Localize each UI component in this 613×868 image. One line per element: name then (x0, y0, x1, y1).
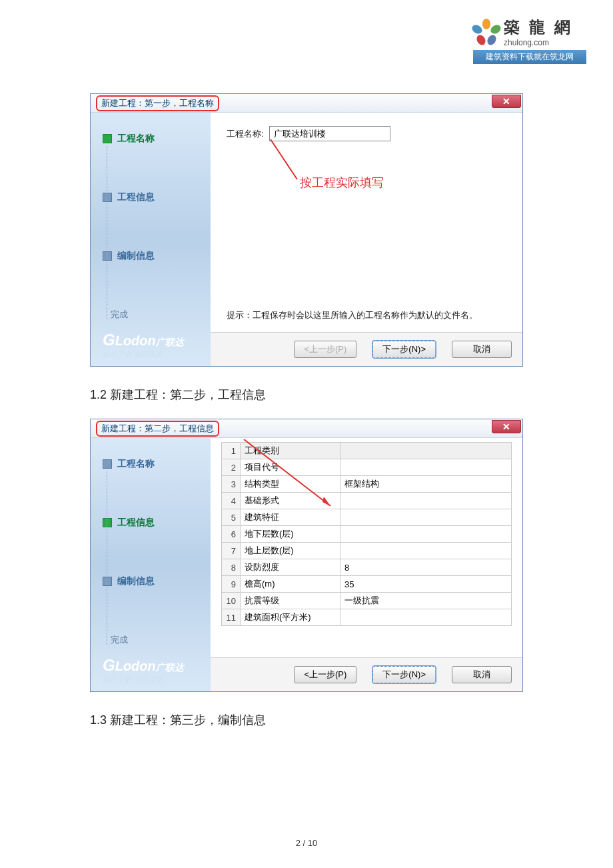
row-value[interactable] (340, 543, 512, 559)
site-logo: 築 龍 網 zhulong.com 建筑资料下载就在筑龙网 (473, 17, 586, 64)
row-value[interactable] (340, 526, 512, 543)
row-key: 地上层数(层) (241, 543, 340, 559)
table-row[interactable]: 6地下层数(层) (222, 526, 512, 543)
cancel-button[interactable]: 取消 (452, 341, 512, 358)
next-button[interactable]: 下一步(N)> (372, 666, 436, 683)
table-row[interactable]: 4基础形式 (222, 493, 512, 509)
prev-button[interactable]: <上一步(P) (294, 666, 356, 683)
annotation-text: 按工程实际填写 (300, 175, 506, 191)
row-index: 2 (222, 459, 241, 476)
wizard-sidebar: 工程名称 工程信息 编制信息 完成 GLodon广联达 因为了解 创造更多 (91, 113, 211, 366)
row-index: 9 (222, 576, 241, 593)
step-info[interactable]: 工程信息 (103, 191, 199, 203)
table-row[interactable]: 7地上层数(层) (222, 543, 512, 559)
row-key: 项目代号 (241, 459, 340, 476)
project-info-table: 1工程类别2项目代号3结构类型框架结构4基础形式5建筑特征6地下层数(层)7地上… (221, 442, 512, 626)
row-index: 1 (222, 443, 241, 459)
logo-banner: 建筑资料下载就在筑龙网 (473, 50, 586, 64)
table-row[interactable]: 1工程类别 (222, 443, 512, 459)
table-row[interactable]: 11建筑面积(平方米) (222, 609, 512, 626)
close-icon: ✕ (502, 421, 510, 432)
row-key: 地下层数(层) (241, 526, 340, 543)
page-number: 2 / 10 (0, 838, 613, 848)
row-value[interactable]: 框架结构 (340, 476, 512, 493)
row-key: 建筑特征 (241, 509, 340, 526)
step-info[interactable]: 工程信息 (103, 517, 199, 529)
row-value[interactable] (340, 509, 512, 526)
step-done: 完成 (111, 309, 199, 321)
prev-button[interactable]: <上一步(P) (294, 341, 356, 358)
table-row[interactable]: 10抗震等级一级抗震 (222, 593, 512, 609)
row-value[interactable] (340, 493, 512, 509)
arrow-annotation-2 (211, 139, 304, 193)
row-key: 檐高(m) (241, 576, 340, 593)
row-index: 6 (222, 526, 241, 543)
logo-cn: 築 龍 網 (504, 17, 573, 38)
dialog-step2: 新建工程：第二步，工程信息 ✕ 工程名称 工程信息 编制信息 (90, 419, 523, 692)
row-value[interactable] (340, 443, 512, 459)
dialog1-hint: 提示：工程保存时会以这里所输入的工程名称作为默认的文件名。 (227, 309, 506, 321)
brand-footer: GLodon广联达 因为了解 创造更多 (103, 331, 199, 359)
row-key: 建筑面积(平方米) (241, 609, 340, 626)
project-name-input[interactable] (269, 126, 390, 141)
table-row[interactable]: 5建筑特征 (222, 509, 512, 526)
heading-1-3: 1.3 新建工程：第三步，编制信息 (90, 712, 523, 728)
project-name-label: 工程名称: (227, 128, 264, 140)
step-name[interactable]: 工程名称 (103, 458, 199, 470)
dialog2-title: 新建工程：第二步，工程信息 (96, 421, 219, 437)
row-value[interactable]: 8 (340, 559, 512, 576)
row-key: 结构类型 (241, 476, 340, 493)
close-button[interactable]: ✕ (492, 420, 521, 433)
close-icon: ✕ (502, 96, 510, 107)
brand-footer: GLodon广联达 因为了解 创造更多 (103, 656, 199, 685)
dialog1-title: 新建工程：第一步，工程名称 (96, 95, 219, 111)
row-key: 抗震等级 (241, 593, 340, 609)
row-key: 设防烈度 (241, 559, 340, 576)
step-name[interactable]: 工程名称 (103, 133, 199, 145)
cancel-button[interactable]: 取消 (452, 666, 512, 683)
wizard-sidebar: 工程名称 工程信息 编制信息 完成 GLodon广联达 因为了解 创造更多 (91, 438, 211, 691)
row-index: 11 (222, 609, 241, 626)
row-index: 10 (222, 593, 241, 609)
row-index: 8 (222, 559, 241, 576)
table-row[interactable]: 8设防烈度8 (222, 559, 512, 576)
step-compile[interactable]: 编制信息 (103, 575, 199, 587)
logo-en: zhulong.com (504, 38, 573, 47)
row-index: 7 (222, 543, 241, 559)
heading-1-2: 1.2 新建工程：第二步，工程信息 (90, 387, 523, 403)
row-key: 工程类别 (241, 443, 340, 459)
step-compile[interactable]: 编制信息 (103, 250, 199, 262)
row-value[interactable] (340, 609, 512, 626)
svg-line-2 (271, 139, 297, 179)
table-row[interactable]: 3结构类型框架结构 (222, 476, 512, 493)
row-index: 4 (222, 493, 241, 509)
row-index: 3 (222, 476, 241, 493)
row-key: 基础形式 (241, 493, 340, 509)
dialog-step1: 新建工程：第一步，工程名称 ✕ 工程名称 工程信息 编制信息 (90, 93, 523, 367)
row-value[interactable]: 35 (340, 576, 512, 593)
row-value[interactable]: 一级抗震 (340, 593, 512, 609)
row-index: 5 (222, 509, 241, 526)
next-button[interactable]: 下一步(N)> (372, 341, 436, 358)
flower-icon (473, 19, 500, 45)
close-button[interactable]: ✕ (492, 95, 521, 108)
step-done: 完成 (111, 634, 199, 646)
table-row[interactable]: 2项目代号 (222, 459, 512, 476)
table-row[interactable]: 9檐高(m)35 (222, 576, 512, 593)
row-value[interactable] (340, 459, 512, 476)
